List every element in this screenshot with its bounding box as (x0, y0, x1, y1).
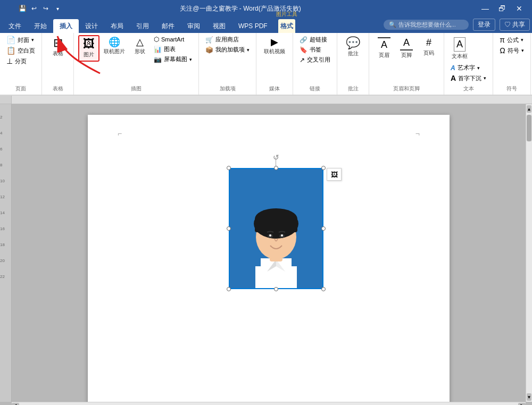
tab-references[interactable]: 引用 (130, 19, 155, 33)
pages-items: 📄 封面▾ 📋 空白页 ⊥ 分页 (4, 35, 37, 83)
handle-bot-mid[interactable] (274, 287, 278, 291)
tab-home[interactable]: 开始 (28, 19, 53, 33)
table-icon: ⊞ (53, 37, 63, 49)
rotate-handle[interactable]: ↺ (272, 153, 280, 162)
image-container[interactable] (229, 168, 323, 289)
table-btn[interactable]: ⊞ 表格 (47, 35, 69, 60)
redo-quick-btn[interactable]: ↪ (40, 3, 51, 14)
save-quick-btn[interactable]: 💾 (17, 3, 28, 14)
handle-mid-right[interactable] (321, 226, 326, 231)
chart-btn[interactable]: 📊 图表 (152, 45, 194, 54)
tab-mailings[interactable]: 邮件 (155, 19, 181, 33)
smartart-btn[interactable]: ⬡ SmartArt (152, 35, 194, 44)
handle-mid-left[interactable] (227, 226, 231, 231)
textbox-btn[interactable]: A 文本框 (448, 35, 471, 62)
tab-layout[interactable]: 布局 (104, 19, 130, 33)
search-placeholder: 告诉我您想要做什么... (398, 21, 456, 29)
comment-icon: 💬 (346, 37, 360, 49)
bookmark-icon: 🔖 (300, 46, 307, 54)
handle-top-mid[interactable] (274, 166, 278, 170)
app-store-btn[interactable]: 🛒 应用商店 (203, 35, 252, 44)
tab-review[interactable]: 审阅 (181, 19, 206, 33)
online-picture-icon: 🌐 (109, 37, 120, 47)
share-button[interactable]: ♡ 共享 (500, 19, 530, 31)
illustrations-label: 插图 (131, 85, 142, 92)
comment-btn[interactable]: 💬 批注 (343, 35, 364, 60)
ribbon-group-illustrations: 🖼 图片 🌐 联机图片 △ 形状 ⬡ SmartArt 📊 (74, 33, 199, 95)
blank-page-btn[interactable]: 📋 空白页 (4, 46, 37, 55)
layout-icon-btn[interactable]: 🖼 (327, 168, 342, 181)
tab-file[interactable]: 文件 (2, 19, 28, 33)
ribbon-panel: 📄 封面▾ 📋 空白页 ⊥ 分页 页面 ⊞ 表格 表格 (0, 33, 532, 96)
ribbon-group-links: 🔗 超链接 🔖 书签 ↗ 交叉引用 链接 (293, 33, 337, 95)
scrollbar-vertical[interactable]: ▲ ▼ (526, 104, 532, 402)
header-icon: A (378, 37, 390, 50)
scrollbar-thumb[interactable] (527, 115, 531, 141)
my-addins-btn[interactable]: 📦 我的加载项▾ (203, 45, 252, 54)
page-break-btn[interactable]: ⊥ 分页 (4, 56, 37, 66)
pages-label: 页面 (15, 85, 26, 92)
hyperlink-btn[interactable]: 🔗 超链接 (297, 35, 332, 44)
page-number-btn[interactable]: # 页码 (418, 35, 439, 61)
tab-insert[interactable]: 插入 (53, 19, 79, 33)
ribbon-right-area: 🔍 告诉我您想要做什么... 登录 ♡ 共享 (384, 19, 530, 33)
undo-quick-btn[interactable]: ↩ (29, 3, 39, 14)
ribbon-group-comments: 💬 批注 批注 (337, 33, 369, 95)
cross-ref-btn[interactable]: ↗ 交叉引用 (297, 55, 332, 64)
video-icon: ▶ (271, 37, 278, 47)
restore-button[interactable]: 🗗 (494, 0, 511, 17)
online-video-btn[interactable]: ▶ 联机视频 (261, 35, 288, 57)
hyperlink-icon: 🔗 (300, 36, 307, 44)
tab-wpspdf[interactable]: WPS PDF (232, 19, 274, 33)
tab-format[interactable]: 格式 (278, 19, 295, 33)
screenshot-btn[interactable]: 📷 屏幕截图▾ (152, 55, 194, 64)
dropcap-icon: A (451, 74, 456, 82)
login-button[interactable]: 登录 (473, 19, 495, 31)
blank-page-icon: 📋 (6, 46, 15, 55)
header-btn[interactable]: A 页眉 (373, 35, 395, 61)
dropcap-btn[interactable]: A 首字下沉▾ (448, 73, 488, 83)
symbol-icon: Ω (500, 46, 505, 55)
comments-label: 批注 (348, 85, 359, 92)
ribbon-group-media: ▶ 联机视频 媒体 (256, 33, 293, 95)
search-box[interactable]: 🔍 告诉我您想要做什么... (384, 20, 469, 30)
smartart-icon: ⬡ (154, 36, 159, 43)
handle-top-left[interactable] (227, 166, 231, 170)
handle-bot-right[interactable] (321, 287, 326, 291)
ribbon-group-text: A 文本框 A 艺术字▾ A 首字下沉▾ 文本 (444, 33, 493, 95)
symbols-label: 符号 (506, 85, 517, 92)
tab-design[interactable]: 设计 (79, 19, 104, 33)
close-button[interactable]: ✕ (511, 0, 528, 17)
wordart-btn[interactable]: A 艺术字▾ (448, 63, 488, 72)
corner-tr: ⌐ (415, 130, 420, 137)
footer-btn[interactable]: A 页脚 (396, 35, 417, 61)
textbox-icon: A (454, 37, 466, 52)
minimize-button[interactable]: — (477, 0, 494, 17)
handle-top-right[interactable] (321, 166, 326, 170)
cover-icon: 📄 (6, 36, 15, 44)
formula-icon: π (500, 36, 505, 44)
picture-icon: 🖼 (83, 38, 95, 50)
more-quick-btn[interactable]: ▾ (52, 3, 63, 14)
window-title: 关注@一曲之窗教学 - Word(产品激活失败) (4, 4, 477, 13)
links-label: 链接 (310, 85, 320, 92)
online-picture-btn[interactable]: 🌐 联机图片 (101, 35, 128, 57)
ruler-left: 2 4 6 8 10 12 14 16 18 20 22 (0, 104, 12, 402)
cover-page-btn[interactable]: 📄 封面▾ (4, 35, 37, 45)
handle-bot-left[interactable] (227, 287, 231, 291)
scrollbar-horizontal[interactable]: ◄ ► (12, 402, 526, 405)
tab-view[interactable]: 视图 (206, 19, 232, 33)
formula-btn[interactable]: π 公式▾ (497, 35, 526, 45)
selected-image-wrapper[interactable]: ↺ (229, 168, 323, 289)
table-label: 表格 (53, 85, 63, 92)
symbol-btn[interactable]: Ω 符号▾ (497, 46, 526, 55)
cross-ref-icon: ↗ (300, 56, 305, 64)
quick-access-toolbar: 💾 ↩ ↪ ▾ (17, 3, 63, 14)
chart-icon: 📊 (154, 46, 162, 53)
picture-btn[interactable]: 🖼 图片 (78, 35, 99, 62)
shape-btn[interactable]: △ 形状 (129, 35, 151, 57)
ribbon-group-addins: 🛒 应用商店 📦 我的加载项▾ 加载项 (199, 33, 256, 95)
bookmark-btn[interactable]: 🔖 书签 (297, 45, 332, 54)
corner-tl: ⌐ (118, 130, 122, 137)
ruler-top (12, 96, 526, 104)
